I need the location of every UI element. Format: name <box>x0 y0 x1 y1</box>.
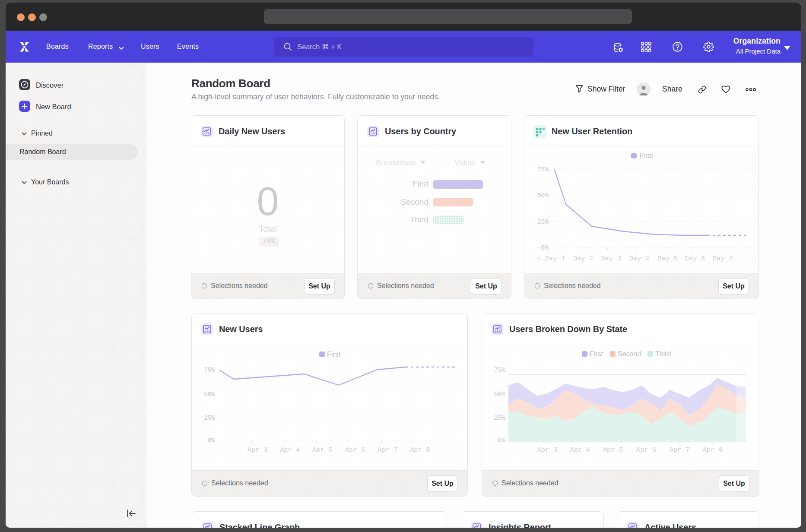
svg-text:0%: 0% <box>498 437 506 444</box>
svg-text:75%: 75% <box>494 367 505 374</box>
svg-text:First: First <box>640 152 654 159</box>
svg-text:Apr 3: Apr 3 <box>537 446 558 454</box>
svg-text:Apr 3: Apr 3 <box>248 446 268 454</box>
svg-text:Day 6: Day 6 <box>685 255 705 263</box>
svg-text:Day 3: Day 3 <box>601 255 622 263</box>
svg-text:75%: 75% <box>537 166 549 173</box>
svg-text:0%: 0% <box>541 244 549 251</box>
svg-text:Apr 7: Apr 7 <box>670 446 690 454</box>
svg-text:Apr 5: Apr 5 <box>603 446 623 454</box>
svg-text:0%: 0% <box>208 437 216 444</box>
svg-text:Apr 5: Apr 5 <box>312 446 333 454</box>
svg-text:Day 7: Day 7 <box>713 255 733 263</box>
svg-text:50%: 50% <box>494 391 505 398</box>
svg-text:Apr 6: Apr 6 <box>636 446 657 454</box>
svg-text:Day 2: Day 2 <box>573 255 593 263</box>
svg-text:25%: 25% <box>494 415 505 421</box>
svg-text:Apr 4: Apr 4 <box>570 446 590 454</box>
svg-text:Day 1: Day 1 <box>545 255 565 263</box>
svg-text:Third: Third <box>655 350 671 358</box>
svg-text:50%: 50% <box>537 192 549 199</box>
svg-text:Apr 7: Apr 7 <box>378 446 398 454</box>
svg-text:75%: 75% <box>204 367 215 374</box>
svg-text:Apr 8: Apr 8 <box>410 446 430 454</box>
svg-text:First: First <box>327 351 341 358</box>
svg-text:<: < <box>537 255 541 263</box>
svg-text:First: First <box>590 350 603 358</box>
svg-text:25%: 25% <box>204 415 215 421</box>
svg-text:Apr 4: Apr 4 <box>280 446 300 454</box>
svg-text:Apr 6: Apr 6 <box>345 446 365 454</box>
svg-text:Day 4: Day 4 <box>629 255 650 263</box>
svg-text:Apr 8: Apr 8 <box>703 446 723 454</box>
svg-text:50%: 50% <box>204 391 215 398</box>
svg-text:Second: Second <box>618 350 641 358</box>
svg-text:25%: 25% <box>537 218 549 225</box>
svg-text:Day 5: Day 5 <box>657 255 678 263</box>
